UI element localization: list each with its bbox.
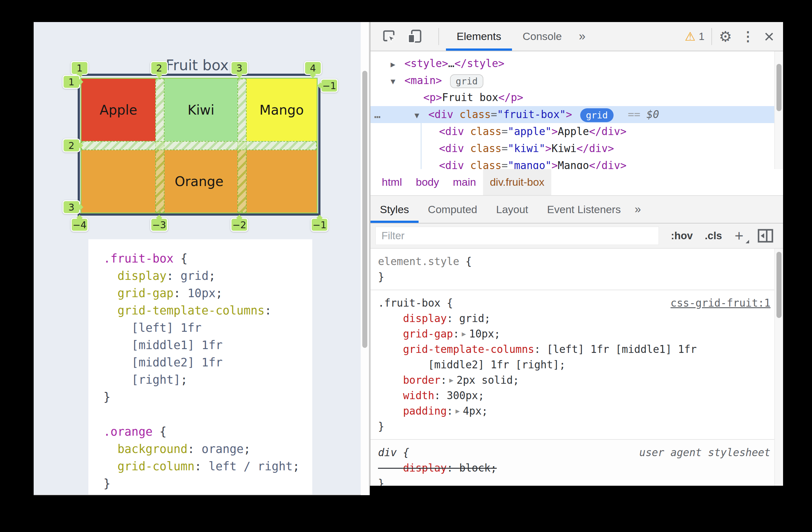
tab-event-listeners[interactable]: Event Listeners <box>538 196 630 223</box>
tab-styles[interactable]: Styles <box>371 196 419 223</box>
style-line[interactable]: [middle2] 1fr [right]; <box>378 357 775 373</box>
toolbar-divider <box>438 28 439 45</box>
grid-line-badge: 2 <box>150 61 168 75</box>
style-line[interactable]: .fruit-box {css-grid-fruit:1 <box>378 295 775 311</box>
style-line[interactable]: } <box>378 419 775 434</box>
expand-toggle-icon[interactable]: ▼ <box>415 107 428 124</box>
toggle-classes-button[interactable]: .cls <box>705 230 722 242</box>
more-sidebar-tabs-icon[interactable]: » <box>635 203 641 216</box>
code-line: [middle1] 1fr <box>103 337 312 354</box>
code-line: [left] 1fr <box>103 319 312 337</box>
warning-count: 1 <box>699 30 705 42</box>
style-line[interactable]: border:▶2px solid; <box>378 373 775 388</box>
dom-tree-row[interactable]: <div class="kiwi">Kiwi</div> <box>371 140 775 157</box>
user-agent-rule-section: div {user agent stylesheet display: bloc… <box>371 440 775 486</box>
code-line: background: orange; <box>103 440 312 458</box>
devtools-toolbar: Elements Console » ⚠ 1 ⚙ ⋮ × <box>371 22 783 51</box>
dom-tree-row[interactable]: <div class="mango">Mango</div> <box>371 157 775 169</box>
page-scrollbar[interactable] <box>361 22 370 495</box>
dom-indent-guide <box>421 123 421 169</box>
style-line[interactable]: div {user agent stylesheet <box>378 445 775 460</box>
browser-page: Fruit box Orange Apple Kiwi Mango 1 2 3 … <box>34 22 361 495</box>
more-tabs-icon[interactable]: » <box>579 30 585 43</box>
style-line[interactable]: element.style { <box>378 254 775 269</box>
kebab-menu-icon[interactable]: ⋮ <box>741 29 754 44</box>
css-code-card: .fruit-box { display: grid; grid-gap: 10… <box>88 239 312 495</box>
style-line[interactable]: grid-template-columns: [left] 1fr [middl… <box>378 341 775 357</box>
new-style-rule-button[interactable]: + <box>735 228 743 243</box>
dom-tree-row[interactable]: <div class="apple">Apple</div> <box>371 123 775 140</box>
breadcrumb-item-fruit-box[interactable]: div.fruit-box <box>483 169 551 195</box>
breadcrumb-item-main[interactable]: main <box>446 169 483 195</box>
grid-line-badge: 1 <box>71 61 88 75</box>
tab-computed[interactable]: Computed <box>419 196 487 223</box>
device-toolbar-icon[interactable] <box>406 28 423 45</box>
settings-gear-icon[interactable]: ⚙ <box>719 28 732 45</box>
inspect-element-icon[interactable] <box>381 28 397 45</box>
dom-tree: ▶<style>…</style>▼<main> grid<p>Fruit bo… <box>371 51 775 169</box>
grid-badge[interactable]: grid <box>580 108 613 122</box>
styles-pane: element.style {} .fruit-box {css-grid-fr… <box>371 249 775 486</box>
code-line: .orange { <box>103 423 312 440</box>
fruit-box-rule-section: .fruit-box {css-grid-fruit:1 display: gr… <box>371 290 775 440</box>
grid-badge[interactable]: grid <box>450 74 483 88</box>
style-line[interactable]: padding:▶4px; <box>378 403 775 419</box>
close-icon[interactable]: × <box>764 28 774 45</box>
style-line[interactable]: width: 300px; <box>378 388 775 403</box>
style-line[interactable]: } <box>378 269 775 284</box>
expand-toggle-icon[interactable]: ▶ <box>391 56 404 73</box>
dom-tree-row[interactable]: ▶<style>…</style> <box>371 55 775 72</box>
grid-outline <box>81 78 318 213</box>
breadcrumb-item-html[interactable]: html <box>375 169 409 195</box>
breadcrumb-item-body[interactable]: body <box>409 169 446 195</box>
styles-scrollbar[interactable] <box>774 249 783 486</box>
tab-elements[interactable]: Elements <box>446 22 512 51</box>
code-line: .fruit-box { <box>103 250 312 267</box>
css-source-code: .fruit-box { display: grid; grid-gap: 10… <box>88 239 312 492</box>
computed-sidebar-toggle-icon[interactable] <box>757 228 774 243</box>
grid-line-badge: −4 <box>71 218 88 232</box>
code-line: [right]; <box>103 371 312 389</box>
rule-origin-label: user agent stylesheet <box>639 445 770 460</box>
warning-icon: ⚠ <box>685 30 696 43</box>
toggle-hover-state-button[interactable]: :hov <box>671 230 693 242</box>
stylesheet-source-link[interactable]: css-grid-fruit:1 <box>670 295 770 311</box>
styles-scrollbar-thumb[interactable] <box>777 252 782 318</box>
code-line: } <box>103 475 312 492</box>
grid-overlay-line-right <box>318 85 320 224</box>
style-line[interactable]: display: grid; <box>378 311 775 326</box>
dom-tree-row[interactable]: ▼<main> grid <box>371 72 775 89</box>
grid-line-badge: 1 <box>62 75 80 89</box>
tab-console[interactable]: Console <box>512 22 573 51</box>
code-line: grid-gap: 10px; <box>103 284 312 302</box>
dom-tree-row[interactable]: …▼<div class="fruit-box"> grid == $0 <box>371 106 775 123</box>
grid-overlay-line-bottom <box>78 213 320 215</box>
grid-line-badge: −2 <box>231 218 248 232</box>
grid-line-badge: −3 <box>150 218 168 232</box>
grid-line-badge: −1 <box>311 218 328 232</box>
code-line: display: grid; <box>103 267 312 284</box>
style-line[interactable]: display: block; <box>378 460 775 476</box>
dom-scrollbar[interactable] <box>774 51 783 169</box>
expand-toggle-icon[interactable]: ▼ <box>391 73 404 90</box>
filter-input[interactable] <box>376 227 659 245</box>
grid-line-badge: 3 <box>62 200 80 214</box>
code-line <box>103 406 312 423</box>
code-line: } <box>103 389 312 406</box>
code-line: [middle2] 1fr <box>103 354 312 371</box>
issues-counter[interactable]: ⚠ 1 <box>685 30 705 43</box>
overflow-dots-icon[interactable]: … <box>374 106 381 123</box>
grid-overlay-line-top <box>78 74 312 76</box>
page-scrollbar-thumb[interactable] <box>362 71 367 348</box>
breadcrumb: html body main div.fruit-box <box>371 169 783 195</box>
dom-tree-row[interactable]: <p>Fruit box</p> <box>371 89 775 106</box>
style-line[interactable]: grid-gap:▶10px; <box>378 326 775 341</box>
dom-scrollbar-thumb[interactable] <box>777 64 782 111</box>
grid-line-badge: 2 <box>62 139 80 152</box>
code-line: grid-column: left / right; <box>103 458 312 475</box>
toolbar-divider <box>711 28 712 45</box>
style-line[interactable]: } <box>378 476 775 486</box>
grid-line-badge: −1 <box>320 79 338 93</box>
tab-layout[interactable]: Layout <box>487 196 537 223</box>
styles-filter-bar: :hov .cls + <box>371 224 783 249</box>
